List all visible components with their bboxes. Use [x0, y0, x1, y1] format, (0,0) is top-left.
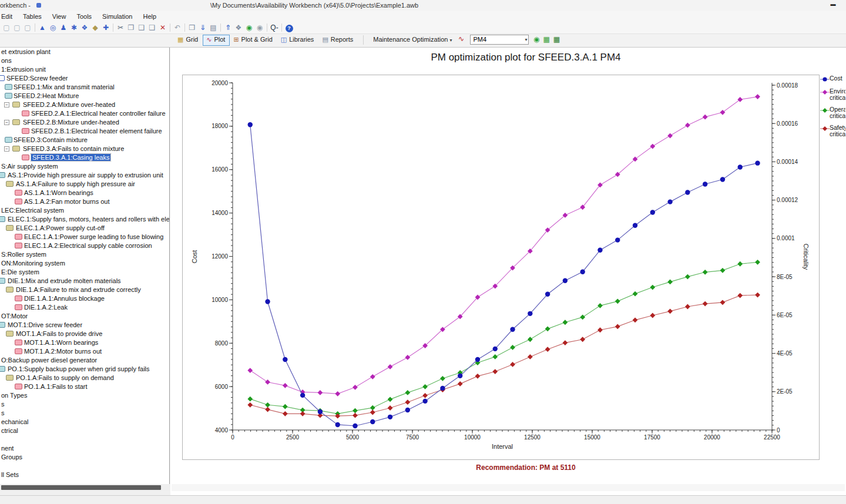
tree-item-label[interactable]: Groups [1, 453, 22, 461]
window-copy-icon[interactable]: ❒ [187, 23, 197, 33]
tree-item-label[interactable]: on Types [1, 392, 27, 399]
copy-icon[interactable]: ❐ [126, 23, 136, 33]
tree-item-label[interactable]: AS.1.A.2:Fan motor burns out [24, 198, 110, 205]
tree-row[interactable]: −SFEED.3.A:Fails to contain mixture [0, 145, 169, 153]
tree-item-label[interactable]: ctrical [1, 427, 18, 434]
sheet-green-icon[interactable]: ▦ [553, 35, 560, 43]
query-icon[interactable]: Q- [269, 23, 280, 33]
undo-icon[interactable]: ↶ [172, 23, 183, 33]
tree-row[interactable]: SFEED.2.A.1:Electrical heater controller… [0, 109, 169, 118]
tree-item-label[interactable]: ELEC.1.A:Power supply cut-off [16, 224, 105, 231]
tree-row[interactable]: S:Roller system [0, 250, 169, 259]
scrollbar-thumb[interactable] [1, 485, 161, 490]
tree-row[interactable]: s [0, 409, 169, 418]
target-icon[interactable]: ◎ [48, 23, 58, 33]
tree-item-label[interactable]: LEC:Electrical system [1, 207, 64, 214]
tree-item-label[interactable]: ELEC.1.A.2:Electrical supply cable corro… [24, 242, 152, 249]
tree-row[interactable]: s [0, 400, 169, 409]
tree-item-label[interactable]: ELEC.1:Supply fans, motors, heaters and … [8, 216, 170, 223]
bulb-on-icon[interactable]: ◉ [244, 23, 254, 33]
tree-row[interactable]: SFEED.3.A.1:Casing leaks [0, 153, 169, 162]
tree-row[interactable]: nent [0, 444, 169, 453]
import-icon[interactable]: ⇓ [197, 23, 208, 33]
tree-row[interactable] [0, 462, 169, 471]
menu-simulation[interactable]: Simulation [97, 11, 137, 23]
tree-row[interactable]: PO.1.A.1:Fails to start [0, 382, 169, 391]
tree-collapse-icon[interactable]: − [4, 120, 9, 125]
tree-item-label[interactable]: SFEED.3.A:Fails to contain mixture [23, 145, 124, 152]
menu-view[interactable]: View [47, 11, 72, 23]
tree-row[interactable]: PO.1.A:Fails to supply on demand [0, 374, 169, 382]
tree-item-label[interactable]: nent [1, 445, 14, 452]
tree-item-label[interactable]: SFEED.1:Mix and transmit material [14, 83, 115, 90]
tree-row[interactable]: ELEC.1.A:Power supply cut-off [0, 224, 169, 233]
help-icon[interactable]: ? [284, 23, 294, 33]
tree-item-label[interactable]: SFEED.2.A.1:Electrical heater controller… [31, 110, 166, 117]
tree-item-label[interactable]: MOT.1.A:Fails to provide drive [16, 330, 102, 337]
tree-row[interactable]: MOT.1.A:Fails to provide drive [0, 330, 169, 338]
tree-row[interactable]: LEC:Electrical system [0, 206, 169, 215]
tree-item-label[interactable]: SFEED:Screw feeder [6, 75, 68, 82]
tree-row[interactable]: ons [0, 56, 169, 65]
project-tree-panel[interactable]: et extrusion plantons1:Extrusion unitSFE… [0, 48, 170, 484]
tree-item-label[interactable]: SFEED.2.A:Mixture over-heated [23, 101, 115, 108]
tree-row[interactable]: SFEED.3:Contain mixture [0, 136, 169, 145]
tree-item-label[interactable]: DIE.1.A:Failure to mix and extrude corre… [16, 286, 141, 293]
view-button-plot-grid[interactable]: ⊞Plot & Grid [230, 35, 277, 46]
tree-item-label[interactable]: et extrusion plant [1, 48, 51, 55]
tree-item-label[interactable]: 1:Extrusion unit [1, 66, 46, 73]
tree-item-label[interactable]: PO.1:Supply backup power when grid suppl… [8, 365, 150, 372]
tree-item-label[interactable]: DIE.1:Mix and extrude molten materials [8, 277, 121, 284]
tree-item-label[interactable]: PO.1.A.1:Fails to start [24, 383, 88, 390]
maintenance-optimization-dropdown[interactable]: Maintenance Optimization ▾ [370, 34, 454, 43]
tree-row[interactable]: E:Die system [0, 268, 169, 277]
tree-row[interactable]: Groups [0, 453, 169, 462]
plot-type-icon[interactable]: ∿ [458, 35, 464, 43]
paste-special-icon[interactable]: ❑ [147, 23, 157, 33]
tree-item-label[interactable]: SFEED.2.B.1:Electrical heater element fa… [31, 127, 162, 135]
tree-item-label[interactable]: PO.1.A:Fails to supply on demand [16, 374, 114, 381]
tree-item-label[interactable]: MOT.1:Drive screw feeder [8, 321, 82, 328]
minimize-button[interactable]: ▬ [827, 1, 839, 7]
tree-row[interactable]: 1:Extrusion unit [0, 65, 169, 74]
view-button-libraries[interactable]: ◫Libraries [277, 35, 319, 46]
tree-collapse-icon[interactable]: − [4, 102, 9, 107]
tree-row[interactable]: O:Backup power diesel generator [0, 356, 169, 365]
tree-item-label[interactable]: echanical [1, 418, 28, 425]
box-icon[interactable]: ◆ [90, 23, 100, 33]
tree-row[interactable]: MOT.1.A.2:Motor burns out [0, 347, 169, 356]
tree-item-label[interactable]: MOT.1.A.2:Motor burns out [24, 348, 102, 355]
tree-item-label[interactable]: DIE.1.A.1:Annulus blockage [24, 295, 105, 302]
paste-icon[interactable]: ❑ [136, 23, 147, 33]
tools-icon[interactable]: ✱ [69, 23, 79, 33]
tree-item-label[interactable]: E:Die system [1, 268, 39, 275]
tree-item-label[interactable]: s [1, 409, 5, 416]
tree-row[interactable]: ll Sets [0, 471, 169, 479]
save-window-icon[interactable]: ▢ [22, 23, 33, 33]
tree-item-label[interactable]: SFEED.2:Heat Mixture [14, 92, 79, 99]
pm-task-combobox[interactable]: PM4 ▾ [470, 35, 529, 45]
view-button-plot[interactable]: ∿Plot [203, 35, 230, 46]
tree-row[interactable] [0, 435, 169, 444]
tree-row[interactable]: MOT.1:Drive screw feeder [0, 321, 169, 330]
export-icon[interactable]: ⇑ [223, 23, 233, 33]
menu-tools[interactable]: Tools [71, 11, 97, 23]
tree-row[interactable]: MOT.1.A.1:Worn bearings [0, 338, 169, 347]
people-icon[interactable]: ❖ [79, 23, 90, 33]
tree-item-label[interactable]: SFEED.2.B:Mixture under-heated [23, 119, 119, 126]
tree-item-label[interactable]: SFEED.3.A.1:Casing leaks [31, 154, 110, 161]
view-button-grid[interactable]: ▦Grid [174, 35, 203, 46]
tree-item-label[interactable]: ll Sets [1, 471, 19, 478]
tree-row[interactable]: PO.1:Supply backup power when grid suppl… [0, 365, 169, 374]
tree-item-label[interactable]: ons [1, 57, 12, 64]
main-horizontal-scrollbar[interactable] [172, 484, 845, 491]
view-button-reports[interactable]: ▤Reports [318, 35, 358, 46]
tree-row[interactable]: SFEED.2:Heat Mixture [0, 92, 169, 100]
tree-item-label[interactable]: AS.1.A:Failure to supply high pressure a… [16, 180, 135, 187]
tree-item-label[interactable]: DIE.1.A.2:Leak [24, 304, 68, 311]
open-window-icon[interactable]: ▢ [12, 23, 22, 33]
tree-row[interactable]: SFEED:Screw feeder [0, 74, 169, 83]
page-edit-icon[interactable]: ▤ [208, 23, 219, 33]
tree-row[interactable]: ON:Monitoring system [0, 259, 169, 268]
tree-row[interactable]: −SFEED.2.A:Mixture over-heated [0, 100, 169, 109]
